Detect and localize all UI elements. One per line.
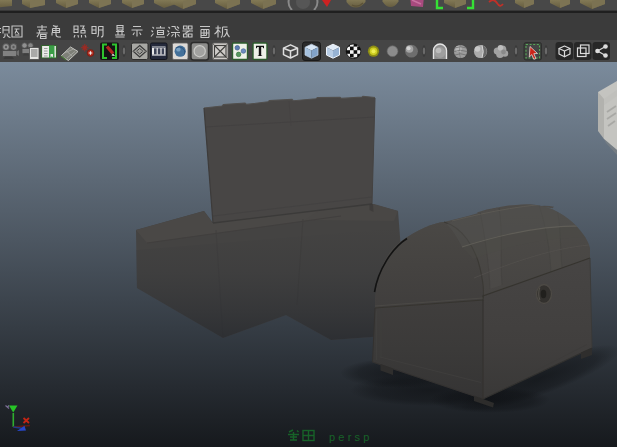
svg-text:persp: persp (329, 431, 373, 443)
